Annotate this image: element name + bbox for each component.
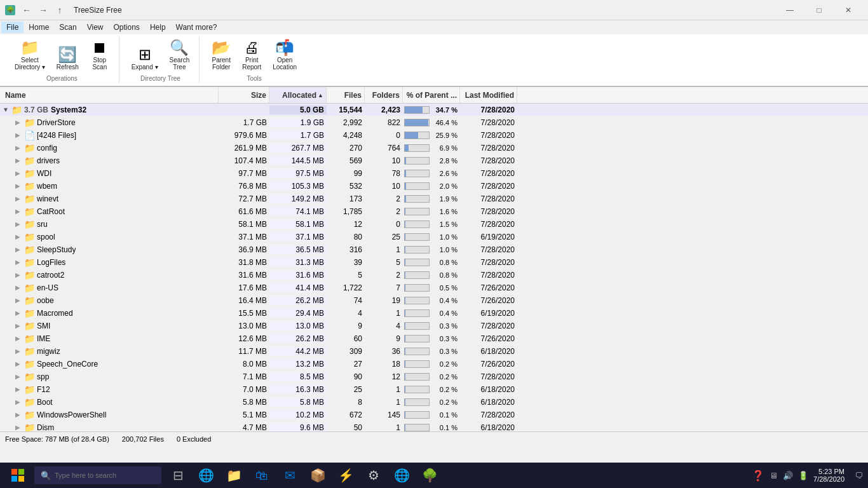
cell-folders: 1 [365,309,403,318]
tree-body[interactable]: ▼ 📁 3.7 GB System32 5.0 GB 15,544 2,423 … [0,104,868,431]
taskbar-help-icon[interactable]: ❓ [752,470,764,482]
mail-icon[interactable]: ✉ [277,463,302,488]
tree-row[interactable]: ▶ 📁 migwiz 11.7 MB 44.2 MB 309 36 0.3 % … [0,345,868,358]
close-button[interactable]: ✕ [834,0,863,20]
tree-row[interactable]: ▶ 📁 CatRoot 61.6 MB 74.1 MB 1,785 2 1.6 … [0,205,868,218]
folder-icon: 📁 [24,397,35,407]
menu-file[interactable]: File [1,22,24,33]
maximize-button[interactable]: □ [804,0,834,20]
folder-icon: 📄 [24,130,35,140]
tree-row[interactable]: ▶ 📁 SMI 13.0 MB 13.0 MB 9 4 0.3 % 7/28/2… [0,320,868,332]
tree-row[interactable]: ▶ 📁 WindowsPowerShell 5.1 MB 10.2 MB 672… [0,409,868,421]
menu-home[interactable]: Home [24,22,54,33]
stop-scan-button[interactable]: ⏹ StopScan [86,37,114,74]
expand-arrow-icon: ▼ [3,106,11,113]
back-button[interactable]: ← [19,3,34,18]
expand-icon: ⊞ [139,47,151,62]
treesize-taskbar-icon[interactable]: 🌳 [417,463,442,488]
cell-pct: 1.0 % [403,246,460,254]
menu-help[interactable]: Help [145,22,171,33]
column-headers: Name Size Allocated ▲ Files Folders % of… [0,87,868,104]
pct-bar: 1.0 % [404,233,458,241]
cell-pct: 0.8 % [403,259,460,266]
dropbox-icon[interactable]: 📦 [305,463,330,488]
cell-alloc: 36.5 MB [269,245,327,254]
tree-row[interactable]: ▶ 📁 WDI 97.7 MB 97.5 MB 99 78 2.6 % 7/28… [0,167,868,180]
cell-name: ▶ 📁 DriverStore [3,118,219,128]
tree-row[interactable]: ▶ 📁 wbem 76.8 MB 105.3 MB 532 10 2.0 % 7… [0,180,868,193]
open-location-button[interactable]: 📬 OpenLocation [268,37,301,74]
tree-row[interactable]: ▶ 📄 [4248 Files] 979.6 MB 1.7 GB 4,248 0… [0,129,868,142]
refresh-button[interactable]: 🔄 Refresh [52,44,83,74]
pct-bar-bg [404,348,430,355]
up-button[interactable]: ↑ [52,3,67,18]
cell-alloc: 41.4 MB [269,283,327,292]
cell-name: ▶ 📁 F12 [3,384,219,395]
col-header-pct[interactable]: % of Parent ... [403,87,460,103]
taskbar-search-input[interactable] [55,471,150,479]
tree-row[interactable]: ▶ 📁 Boot 5.8 MB 5.8 MB 8 1 0.2 % 6/18/20… [0,396,868,409]
col-header-allocated[interactable]: Allocated ▲ [269,87,327,103]
menu-view[interactable]: View [82,22,109,33]
settings-icon[interactable]: ⚙ [361,463,386,488]
cell-name: ▶ 📁 oobe [3,295,219,306]
cell-name: ▶ 📁 config [3,143,219,153]
pct-bar-bg [404,322,430,330]
select-directory-button[interactable]: 📁 SelectDirectory ▾ [10,37,50,74]
pct-text: 1.0 % [432,233,458,241]
expand-button[interactable]: ⊞ Expand ▾ [127,44,163,74]
menu-want-more[interactable]: Want more? [171,22,222,33]
cell-alloc: 267.7 MB [269,144,327,152]
tree-row[interactable]: ▶ 📁 Macromed 15.5 MB 29.4 MB 4 1 0.4 % 6… [0,307,868,320]
pct-bar-bg [404,386,430,393]
edge-icon[interactable]: 🌐 [193,463,219,488]
store-icon[interactable]: 🛍 [249,463,275,488]
tree-row[interactable]: ▶ 📁 en-US 17.6 MB 41.4 MB 1,722 7 0.5 % … [0,281,868,294]
expand-arrow-icon: ▶ [15,259,24,266]
col-header-folders[interactable]: Folders [365,87,403,103]
start-button[interactable] [3,464,33,487]
app7-icon[interactable]: ⚡ [333,463,358,488]
pct-bar-fill [405,183,406,189]
folder-icon: 📁 [24,334,35,344]
pct-bar: 0.2 % [404,373,458,381]
print-report-button[interactable]: 🖨 PrintReport [238,37,266,74]
cell-pct: 1.6 % [403,208,460,215]
tree-row[interactable]: ▶ 📁 SleepStudy 36.9 MB 36.5 MB 316 1 1.0… [0,243,868,256]
col-header-files[interactable]: Files [327,87,365,103]
col-header-modified[interactable]: Last Modified [460,87,517,103]
cell-files: 2,992 [327,118,365,127]
col-header-size[interactable]: Size [219,87,269,103]
menu-scan[interactable]: Scan [54,22,81,33]
task-view-button[interactable]: ⊟ [165,463,191,488]
tree-row[interactable]: ▶ 📁 IME 12.6 MB 26.2 MB 60 9 0.3 % 7/26/… [0,332,868,345]
chrome-icon[interactable]: 🌐 [389,463,414,488]
pct-bar-fill [405,259,405,266]
forward-button[interactable]: → [36,3,51,18]
taskbar-icons: ⊟ 🌐 📁 🛍 ✉ 📦 ⚡ ⚙ 🌐 🌳 [163,463,445,488]
tree-row[interactable]: ▶ 📁 spp 7.1 MB 8.5 MB 90 12 0.2 % 7/28/2… [0,370,868,383]
tree-row[interactable]: ▶ 📁 winevt 72.7 MB 149.2 MB 173 2 1.9 % … [0,193,868,205]
tree-row[interactable]: ▶ 📁 LogFiles 31.8 MB 31.3 MB 39 5 0.8 % … [0,256,868,269]
menu-options[interactable]: Options [109,22,145,33]
taskbar-search-box[interactable]: 🔍 [34,466,161,484]
col-header-name[interactable]: Name [3,87,219,103]
file-explorer-icon[interactable]: 📁 [221,463,247,488]
tree-row[interactable]: ▶ 📁 spool 37.1 MB 37.1 MB 80 25 1.0 % 6/… [0,231,868,243]
parent-folder-button[interactable]: 📂 ParentFolder [207,37,235,74]
tree-row[interactable]: ▶ 📁 drivers 107.4 MB 144.5 MB 569 10 2.8… [0,154,868,167]
tree-row[interactable]: ▶ 📁 DriverStore 1.7 GB 1.9 GB 2,992 822 … [0,116,868,129]
notification-icon[interactable]: 🗨 [855,471,865,480]
tree-row[interactable]: ▶ 📁 Dism 4.7 MB 9.6 MB 50 1 0.1 % 6/18/2… [0,421,868,431]
tree-row[interactable]: ▶ 📁 oobe 16.4 MB 26.2 MB 74 19 0.4 % 7/2… [0,294,868,307]
tree-row[interactable]: ▶ 📁 sru 58.1 MB 58.1 MB 12 0 1.5 % 7/28/… [0,218,868,231]
cell-alloc: 10.2 MB [269,410,327,419]
tree-row[interactable]: ▶ 📁 config 261.9 MB 267.7 MB 270 764 6.9… [0,142,868,154]
tree-row[interactable]: ▶ 📁 Speech_OneCore 8.0 MB 13.2 MB 27 18 … [0,358,868,370]
tree-row[interactable]: ▼ 📁 3.7 GB System32 5.0 GB 15,544 2,423 … [0,104,868,116]
search-tree-button[interactable]: 🔍 SearchTree [165,37,194,74]
minimize-button[interactable]: — [775,0,804,20]
tree-row[interactable]: ▶ 📁 catroot2 31.6 MB 31.6 MB 5 2 0.8 % 7… [0,269,868,281]
tree-row[interactable]: ▶ 📁 F12 7.0 MB 16.3 MB 25 1 0.2 % 6/18/2… [0,383,868,396]
row-name-text: spool [37,233,55,241]
